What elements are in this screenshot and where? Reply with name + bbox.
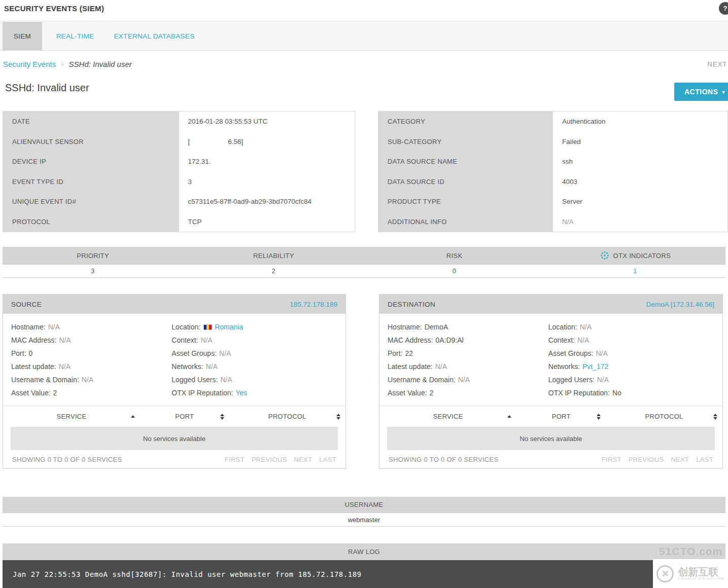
source-asset-value: Asset Value:2: [11, 386, 171, 399]
destination-logged-users: Logged Users:N/A: [548, 373, 722, 386]
destination-location: Location:N/A: [548, 320, 722, 334]
metrics-bar: PRIORITY RELIABILITY RISK OTX INDICATORS…: [3, 247, 725, 278]
source-showing-text: SHOWING 0 TO 0 OF 0 SERVICES: [12, 456, 122, 463]
source-sort-protocol[interactable]: PROTOCOL: [229, 406, 346, 427]
reliability-header: RELIABILITY: [183, 247, 364, 264]
actions-button[interactable]: ACTIONS ▾: [674, 83, 728, 101]
next-page-button[interactable]: NEXT: [671, 456, 689, 463]
breadcrumb-security-events-link[interactable]: Security Events: [3, 60, 56, 68]
destination-latest-update: Latest update:N/A: [388, 360, 548, 373]
help-icon[interactable]: ?: [719, 2, 728, 15]
sort-asc-icon: [507, 415, 511, 418]
destination-sort-protocol[interactable]: PROTOCOL: [606, 406, 722, 427]
destination-username-domain: Username & Domain:N/A: [388, 373, 548, 386]
sort-asc-icon: [131, 415, 135, 418]
destination-services-header: SERVICE PORT PROTOCOL: [379, 406, 722, 427]
rawlog-panel: Jan 27 22:55:53 DemoA sshd[32687]: Inval…: [3, 560, 728, 588]
first-page-button[interactable]: FIRST: [225, 456, 245, 463]
previous-page-button[interactable]: PREVIOUS: [629, 456, 664, 463]
source-networks: Networks:N/A: [171, 360, 345, 373]
risk-header: RISK: [364, 247, 545, 264]
watermark-cx-icon: ✕: [656, 565, 674, 582]
next-page-button[interactable]: NEXT: [294, 456, 312, 463]
source-otx-ip-reputation: OTX IP Reputation:Yes: [171, 386, 345, 399]
otx-indicators-count-link[interactable]: 1: [545, 265, 725, 277]
source-hostname: Hostname:N/A: [11, 320, 171, 334]
sort-both-icon: [336, 414, 340, 420]
rawlog-section-header: RAW LOG: [3, 543, 725, 560]
sort-both-icon: [713, 414, 717, 420]
source-context: Context:N/A: [171, 334, 345, 347]
source-panel-header: SOURCE 185.72.178.189: [3, 295, 345, 314]
otx-indicators-header: OTX INDICATORS: [545, 247, 725, 264]
destination-sort-service[interactable]: SERVICE: [379, 406, 516, 427]
event-details-table-left: DATE2016-01-28 03:55:53 UTC ALIENVAULT S…: [3, 111, 355, 232]
watermark-site-text: 51CTO.com: [659, 545, 722, 558]
table-row: DATA SOURCE ID4003: [378, 172, 727, 192]
romania-flag-icon: [203, 324, 212, 330]
destination-services-empty: No services available: [387, 427, 715, 450]
source-asset-groups: Asset Groups:N/A: [171, 347, 345, 360]
destination-panel-title: DESTINATION: [388, 301, 435, 308]
table-row: UNIQUE EVENT ID#c57311e5-87ff-0ad9-ab29-…: [3, 192, 355, 212]
priority-header: PRIORITY: [3, 247, 183, 264]
username-value: webmaster: [3, 513, 725, 527]
source-services-footer: SHOWING 0 TO 0 OF 0 SERVICES FIRST PREVI…: [3, 450, 345, 468]
destination-otx-ip-reputation: OTX IP Reputation:No: [548, 386, 722, 399]
table-row: DATA SOURCE NAMEssh: [378, 152, 727, 172]
source-panel: SOURCE 185.72.178.189 Hostname:N/A MAC A…: [3, 294, 346, 469]
page-header: SECURITY EVENTS (SIEM) ?: [0, 0, 728, 21]
table-row: SUB-CATEGORYFailed: [378, 132, 727, 152]
destination-pagination: FIRST PREVIOUS NEXT LAST: [602, 456, 713, 463]
source-sort-port[interactable]: PORT: [140, 406, 229, 427]
table-row: CATEGORYAuthentication: [378, 112, 727, 132]
table-row: ADDITIONAL INFON/A: [378, 212, 727, 232]
table-row: DEVICE IP172.31.: [3, 152, 355, 172]
destination-services-footer: SHOWING 0 TO 0 OF 0 SERVICES FIRST PREVI…: [379, 450, 722, 468]
tab-bar: SIEM REAL-TIME EXTERNAL DATABASES: [0, 22, 728, 51]
table-row: PROTOCOLTCP: [3, 212, 355, 232]
last-page-button[interactable]: LAST: [319, 456, 336, 463]
next-event-link[interactable]: NEXT ›: [708, 51, 728, 77]
source-latest-update: Latest update:N/A: [11, 360, 171, 373]
source-services-empty: No services available: [11, 427, 338, 450]
breadcrumb-chevron-icon: ›: [61, 59, 63, 68]
destination-mac-address: MAC Address:0A:D9:Al: [388, 334, 548, 347]
chevron-down-icon: ▾: [722, 89, 725, 95]
table-row: DATE2016-01-28 03:55:53 UTC: [3, 112, 355, 132]
priority-value: 3: [3, 265, 183, 277]
source-port: Port:0: [11, 347, 171, 360]
destination-sort-port[interactable]: PORT: [516, 406, 606, 427]
destination-asset-value: Asset Value:2: [388, 386, 548, 399]
breadcrumb: Security Events › SSHd: Invalid user NEX…: [0, 51, 728, 77]
destination-panel-header: DESTINATION DemoA [172.31.46.56]: [379, 295, 722, 314]
first-page-button[interactable]: FIRST: [602, 456, 621, 463]
last-page-button[interactable]: LAST: [696, 456, 713, 463]
source-logged-users: Logged Users:N/A: [171, 373, 345, 386]
rawlog-text: Jan 27 22:55:53 DemoA sshd[32687]: Inval…: [13, 570, 362, 578]
destination-context: Context:N/A: [548, 334, 722, 347]
watermark-brand-sub: CHUANG XIN HU LIAN: [678, 577, 724, 580]
table-row: ALIENVAULT SENSOR[ 6.56]: [3, 132, 355, 152]
tab-external-databases[interactable]: EXTERNAL DATABASES: [111, 22, 198, 50]
watermark-logo: ✕ 创新互联 CHUANG XIN HU LIAN: [653, 559, 728, 588]
otx-atom-icon: [600, 250, 610, 261]
page-title: SECURITY EVENTS (SIEM): [4, 4, 104, 13]
siem-event-page: SECURITY EVENTS (SIEM) ? SIEM REAL-TIME …: [0, 0, 728, 588]
event-title-row: SSHd: Invalid user ACTIONS ▾: [0, 77, 728, 104]
breadcrumb-current: SSHd: Invalid user: [69, 60, 132, 68]
event-title: SSHd: Invalid user: [5, 82, 89, 94]
destination-panel: DESTINATION DemoA [172.31.46.56] Hostnam…: [379, 294, 723, 469]
previous-page-button[interactable]: PREVIOUS: [252, 456, 287, 463]
source-pagination: FIRST PREVIOUS NEXT LAST: [225, 456, 336, 463]
source-username-domain: Username & Domain:N/A: [11, 373, 171, 386]
table-row: EVENT TYPE ID3: [3, 172, 355, 192]
tab-siem[interactable]: SIEM: [3, 22, 42, 50]
sort-both-icon: [220, 414, 224, 420]
source-sort-service[interactable]: SERVICE: [3, 406, 140, 427]
watermark-brand-name: 创新互联: [678, 567, 724, 577]
tab-real-time[interactable]: REAL-TIME: [52, 22, 98, 50]
destination-host-link[interactable]: DemoA [172.31.46.56]: [646, 301, 714, 308]
source-services-header: SERVICE PORT PROTOCOL: [3, 406, 345, 427]
source-ip-link[interactable]: 185.72.178.189: [290, 301, 337, 308]
